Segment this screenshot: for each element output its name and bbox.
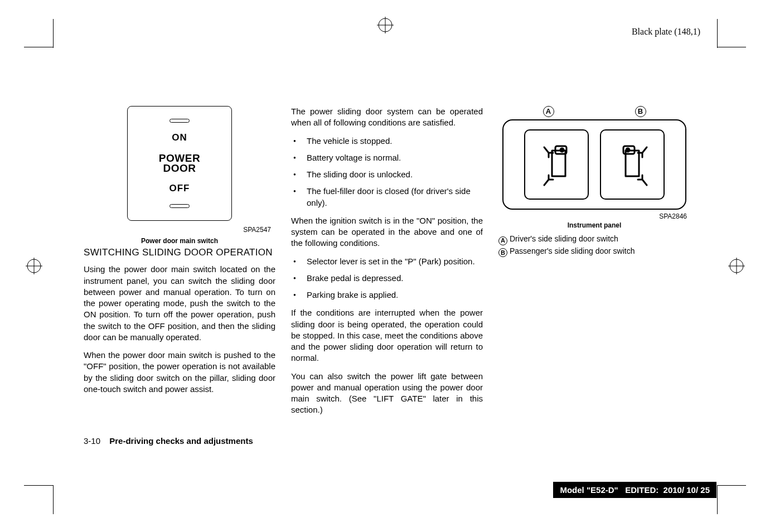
callout-a-icon: A (498, 236, 507, 245)
svg-point-12 (626, 148, 629, 152)
list-item: Brake pedal is depressed. (291, 273, 483, 284)
list-item: The fuel-filler door is closed (for driv… (291, 186, 483, 209)
driver-switch-icon (524, 129, 589, 200)
switch-brand-label: POWER DOOR (159, 153, 200, 173)
crop-mark (717, 19, 718, 48)
svg-point-10 (560, 148, 564, 152)
body-paragraph: When the power door main switch is pushe… (84, 350, 275, 395)
figure-code: SPA2846 (659, 212, 687, 221)
body-paragraph: You can also switch the power lift gate … (291, 371, 483, 416)
callout-b-icon: B (635, 106, 646, 117)
switch-on-label: ON (172, 132, 187, 144)
crop-mark (717, 47, 746, 47)
panel-frame (502, 119, 686, 210)
panel-illustration: A B (502, 106, 686, 210)
column-2: The power sliding door system can be ope… (291, 106, 483, 423)
list-item: The sliding door is unlocked. (291, 169, 483, 180)
passenger-switch-icon (600, 129, 665, 200)
edited-label: EDITED: (625, 485, 658, 495)
edition-bar: Model "E52-D" EDITED: 2010/ 10/ 25 (553, 482, 716, 498)
legend-text: Passenger's side sliding door switch (510, 246, 635, 255)
legend-text: Driver's side sliding door switch (510, 234, 618, 243)
plate-header: Black plate (148,1) (632, 27, 700, 37)
section-heading: SWITCHING SLIDING DOOR OPERATION (84, 246, 275, 259)
legend-row: ADriver's side sliding door switch (498, 233, 690, 245)
content-columns: ON POWER DOOR OFF SPA2547 Power door mai… (84, 106, 691, 423)
body-paragraph: Using the power door main switch located… (84, 264, 275, 343)
body-paragraph: If the conditions are interrupted when t… (291, 307, 483, 364)
crop-mark (53, 485, 54, 514)
crop-mark (717, 485, 746, 486)
registration-mark-icon (377, 17, 394, 33)
figure-power-door-switch: ON POWER DOOR OFF SPA2547 (84, 106, 275, 234)
switch-illustration: ON POWER DOOR OFF (127, 106, 232, 221)
switch-slot-icon (170, 204, 190, 208)
registration-mark-icon (26, 258, 42, 274)
legend-row: BPassenger's side sliding door switch (498, 245, 690, 257)
model-label: Model (560, 485, 584, 495)
figure-instrument-panel: A B (498, 106, 690, 257)
body-paragraph: When the ignition switch is in the "ON" … (291, 215, 483, 249)
list-item: The vehicle is stopped. (291, 136, 483, 147)
model-value: "E52-D" (587, 485, 618, 495)
registration-mark-icon (728, 258, 745, 274)
bullet-list: The vehicle is stopped. Battery voltage … (291, 136, 483, 209)
page: Black plate (148,1) ON POWER DOOR OFF SP… (0, 0, 770, 532)
figure-caption: Power door main switch (84, 236, 275, 245)
crop-mark (53, 19, 54, 48)
footer-left: 3-10 Pre-driving checks and adjustments (84, 436, 253, 446)
list-item: Battery voltage is normal. (291, 152, 483, 163)
panel-letter-row: A B (502, 106, 686, 117)
list-item: Selector lever is set in the "P" (Park) … (291, 256, 483, 267)
edited-value: 2010/ 10/ 25 (664, 485, 710, 495)
figure-caption: Instrument panel (568, 221, 622, 230)
figure-code: SPA2547 (243, 225, 271, 234)
list-item: Parking brake is applied. (291, 289, 483, 301)
callout-b-icon: B (498, 248, 507, 257)
crop-mark (717, 485, 718, 514)
crop-mark (24, 485, 53, 486)
bullet-list: Selector lever is set in the "P" (Park) … (291, 256, 483, 301)
page-number: 3-10 (84, 436, 100, 446)
switch-slot-icon (170, 119, 190, 123)
switch-off-label: OFF (170, 182, 190, 195)
body-paragraph: The power sliding door system can be ope… (291, 106, 483, 129)
column-1: ON POWER DOOR OFF SPA2547 Power door mai… (84, 106, 275, 423)
footer-title: Pre-driving checks and adjustments (109, 436, 253, 446)
figure-legend: ADriver's side sliding door switch BPass… (498, 233, 690, 257)
brand-line: DOOR (163, 162, 196, 174)
crop-mark (24, 47, 53, 47)
column-3: A B (498, 106, 690, 423)
callout-a-icon: A (543, 106, 554, 117)
